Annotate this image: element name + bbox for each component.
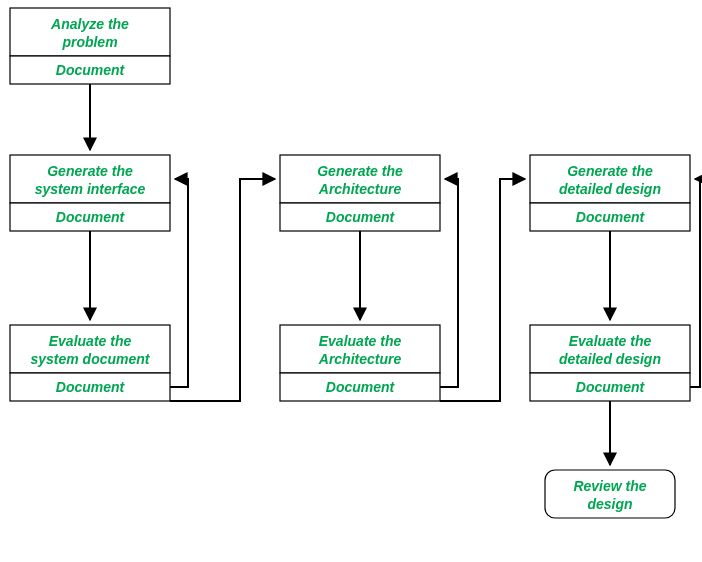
node-eval-sysdoc-line2: system document — [30, 351, 150, 367]
edge-eval-sysdoc-feedback — [170, 179, 188, 387]
node-analyze-line1: Analyze the — [50, 16, 129, 32]
svg-text:Document: Document — [56, 379, 126, 395]
svg-text:design: design — [587, 496, 632, 512]
node-gen-detail-sub: Document — [576, 209, 646, 225]
node-review: Review the design — [545, 470, 675, 518]
node-review-line1: Review the — [573, 478, 646, 494]
svg-text:Generate the: Generate the — [317, 163, 403, 179]
node-eval-detail-line2: detailed design — [559, 351, 661, 367]
svg-text:Review the: Review the — [573, 478, 646, 494]
flowchart-diagram: Analyze the problem Document Generate th… — [0, 0, 702, 562]
node-review-line2: design — [587, 496, 632, 512]
node-gen-detail-line2: detailed design — [559, 181, 661, 197]
svg-text:Document: Document — [56, 62, 126, 78]
node-eval-detail-line1: Evaluate the — [569, 333, 652, 349]
edge-eval-arch-feedback — [440, 179, 458, 387]
svg-text:Generate the: Generate the — [567, 163, 653, 179]
node-eval-detail-sub: Document — [576, 379, 646, 395]
node-gen-interface: Generate the system interface Document — [10, 155, 170, 231]
node-gen-interface-line1: Generate the — [47, 163, 133, 179]
svg-text:Evaluate the: Evaluate the — [569, 333, 652, 349]
node-gen-arch-line1: Generate the — [317, 163, 403, 179]
node-analyze: Analyze the problem Document — [10, 8, 170, 84]
node-eval-sysdoc-sub: Document — [56, 379, 126, 395]
svg-text:system interface: system interface — [35, 181, 146, 197]
node-eval-detail: Evaluate the detailed design Document — [530, 325, 690, 401]
svg-text:detailed design: detailed design — [559, 351, 661, 367]
edge-eval-detail-feedback — [690, 179, 700, 387]
node-eval-arch-line2: Architecture — [318, 351, 402, 367]
edge-eval-sysdoc-to-gen-arch — [170, 179, 275, 401]
svg-text:Document: Document — [576, 209, 646, 225]
node-eval-sysdoc-line1: Evaluate the — [49, 333, 132, 349]
svg-text:Generate the: Generate the — [47, 163, 133, 179]
svg-text:problem: problem — [61, 34, 117, 50]
svg-text:Document: Document — [576, 379, 646, 395]
node-gen-interface-sub: Document — [56, 209, 126, 225]
node-gen-arch: Generate the Architecture Document — [280, 155, 440, 231]
node-gen-detail: Generate the detailed design Document — [530, 155, 690, 231]
node-analyze-line2: problem — [61, 34, 117, 50]
node-eval-arch: Evaluate the Architecture Document — [280, 325, 440, 401]
svg-text:Evaluate the: Evaluate the — [49, 333, 132, 349]
node-gen-detail-line1: Generate the — [567, 163, 653, 179]
svg-text:Document: Document — [326, 209, 396, 225]
svg-text:detailed design: detailed design — [559, 181, 661, 197]
node-eval-sysdoc: Evaluate the system document Document — [10, 325, 170, 401]
svg-text:Architecture: Architecture — [318, 181, 402, 197]
edge-eval-arch-to-gen-detail — [440, 179, 525, 401]
svg-text:Analyze the: Analyze the — [50, 16, 129, 32]
node-gen-arch-line2: Architecture — [318, 181, 402, 197]
svg-text:Document: Document — [326, 379, 396, 395]
node-eval-arch-line1: Evaluate the — [319, 333, 402, 349]
node-gen-interface-line2: system interface — [35, 181, 146, 197]
node-eval-arch-sub: Document — [326, 379, 396, 395]
svg-text:system document: system document — [30, 351, 150, 367]
node-gen-arch-sub: Document — [326, 209, 396, 225]
svg-text:Architecture: Architecture — [318, 351, 402, 367]
node-analyze-sub: Document — [56, 62, 126, 78]
svg-text:Document: Document — [56, 209, 126, 225]
svg-text:Evaluate the: Evaluate the — [319, 333, 402, 349]
